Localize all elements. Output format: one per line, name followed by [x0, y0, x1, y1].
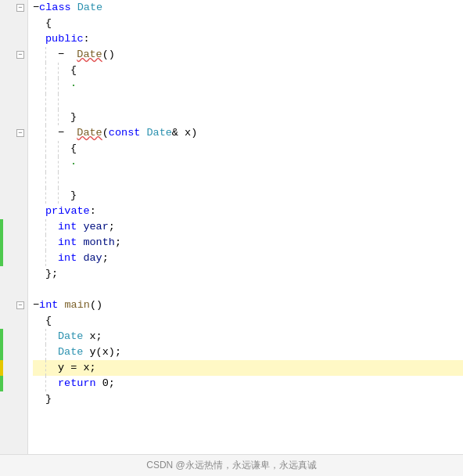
code-line: }: [33, 188, 463, 204]
token: −: [58, 47, 77, 63]
indent-guide: [33, 63, 45, 78]
indent-guide: [58, 188, 70, 204]
indent-guide: [45, 235, 58, 251]
indent-guide: [33, 78, 45, 94]
indent-guide: [45, 63, 58, 78]
indent-guide: [33, 204, 45, 219]
indent-guide: [58, 63, 70, 78]
indent-guide: [58, 172, 70, 188]
indent-guide: [33, 16, 45, 31]
token: }: [70, 188, 77, 204]
gutter-line: [0, 344, 27, 360]
gutter-line: [0, 204, 27, 219]
gutter-line: [0, 63, 27, 78]
code-line: −class Date: [33, 0, 463, 16]
token: 0;: [102, 376, 115, 391]
token: return: [58, 376, 102, 391]
token: {: [70, 141, 77, 157]
code-line: int day;: [33, 251, 463, 266]
gutter-line: [0, 376, 27, 391]
indent-guide: [45, 78, 58, 94]
indent-guide: [33, 172, 45, 188]
code-line: int month;: [33, 235, 463, 251]
code-line: {: [33, 63, 463, 78]
indent-guide: [58, 141, 70, 157]
token: int: [39, 298, 64, 313]
indent-guide: [33, 313, 45, 329]
token: {: [70, 63, 77, 78]
token: public: [45, 31, 84, 47]
indent-guide: [45, 329, 58, 344]
code-line: ·: [33, 157, 463, 172]
indent-guide: [45, 219, 58, 235]
token: ;: [109, 219, 115, 235]
gutter-line: [0, 329, 27, 344]
token: −: [33, 298, 39, 313]
indent-guide: [45, 125, 58, 141]
token: y(x);: [90, 344, 122, 360]
indent-guide: [58, 94, 70, 110]
token: int: [58, 235, 83, 251]
gutter-line: −: [0, 47, 27, 63]
fold-icon[interactable]: −: [16, 4, 24, 12]
indent-guide: [58, 78, 70, 94]
code-line: }: [33, 110, 463, 125]
gutter-line: −: [0, 0, 27, 16]
indent-guide: [33, 344, 45, 360]
token: Date: [58, 344, 90, 360]
code-line: int year;: [33, 219, 463, 235]
gutter-line: [0, 266, 27, 282]
token: (: [102, 125, 109, 141]
indent-guide: [33, 188, 45, 204]
indent-guide: [45, 157, 58, 172]
indent-guide: [45, 188, 58, 204]
indent-guide: [45, 94, 58, 110]
gutter-line: [0, 78, 27, 94]
token: month: [83, 235, 115, 251]
token: {: [45, 16, 52, 31]
indent-guide: [33, 219, 45, 235]
token: }: [70, 110, 77, 125]
fold-icon[interactable]: −: [16, 129, 24, 137]
code-area: −−−− −class Date{public:− Date(){·}− Dat…: [0, 0, 463, 454]
token: Date: [77, 47, 102, 63]
indent-guide: [33, 31, 45, 47]
gutter-line: [0, 282, 27, 298]
fold-icon[interactable]: −: [16, 301, 24, 309]
gutter-line: [0, 251, 27, 266]
footer-text: CSDN @永远热情，永远谦卑，永远真诚: [146, 459, 317, 472]
indent-guide: [33, 235, 45, 251]
token: main: [65, 298, 90, 313]
token: int: [58, 251, 83, 266]
indent-guide: [58, 157, 70, 172]
gutter: −−−−: [0, 0, 28, 454]
indent-guide: [33, 360, 45, 376]
token: };: [45, 266, 58, 282]
token: {: [45, 313, 52, 329]
indent-guide: [33, 157, 45, 172]
code-line: Date x;: [33, 329, 463, 344]
indent-guide: [33, 110, 45, 125]
code-line: private:: [33, 204, 463, 219]
green-bar: [0, 376, 3, 391]
indent-guide: [45, 172, 58, 188]
gutter-line: [0, 219, 27, 235]
token: ;: [115, 235, 121, 251]
token: :: [84, 31, 90, 47]
gutter-line: [0, 16, 27, 31]
code-line: [33, 172, 463, 188]
token: private: [45, 204, 90, 219]
code-line: − Date(): [33, 47, 463, 63]
token: x;: [90, 329, 102, 344]
green-bar: [0, 251, 3, 266]
indent-guide: [45, 110, 58, 125]
token: Date: [58, 329, 90, 344]
gutter-line: [0, 31, 27, 47]
fold-icon[interactable]: −: [16, 51, 24, 59]
gutter-line: [0, 110, 27, 125]
token: }: [45, 391, 52, 407]
token: ·: [70, 78, 77, 94]
indent-guide: [33, 329, 45, 344]
code-line: };: [33, 266, 463, 282]
indent-guide: [33, 141, 45, 157]
